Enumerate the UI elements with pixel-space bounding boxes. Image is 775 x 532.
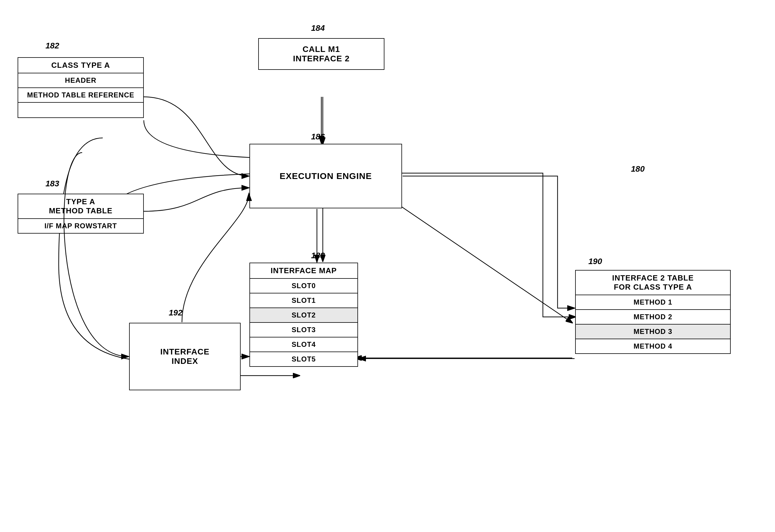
method1: METHOD 1	[576, 295, 730, 310]
interface2-table-box: INTERFACE 2 TABLEFOR CLASS TYPE A METHOD…	[575, 270, 731, 354]
call-m1-title: CALL M1INTERFACE 2	[259, 39, 384, 69]
call-m1-box: CALL M1INTERFACE 2	[258, 38, 384, 70]
interface-index-box: INTERFACEINDEX	[129, 323, 241, 390]
diagram: 182 CLASS TYPE A HEADER METHOD TABLE REF…	[0, 0, 775, 532]
slot0: SLOT0	[250, 279, 357, 294]
slot3: SLOT3	[250, 323, 357, 338]
method4: METHOD 4	[576, 339, 730, 353]
slot4: SLOT4	[250, 338, 357, 352]
interface-index-title: INTERFACEINDEX	[160, 347, 209, 366]
interface-map-box: INTERFACE MAP SLOT0 SLOT1 SLOT2 SLOT3 SL…	[249, 262, 358, 367]
label-192: 192	[169, 308, 182, 318]
slot1: SLOT1	[250, 294, 357, 308]
class-type-a-title: CLASS TYPE A	[18, 58, 143, 73]
class-type-a-empty	[18, 103, 143, 117]
label-186: 186	[311, 132, 325, 141]
class-type-a-header: HEADER	[18, 73, 143, 88]
interface2-table-title: INTERFACE 2 TABLEFOR CLASS TYPE A	[576, 271, 730, 295]
execution-engine-box: EXECUTION ENGINE	[249, 144, 402, 208]
label-184: 184	[311, 23, 325, 33]
label-182: 182	[45, 41, 59, 50]
slot5: SLOT5	[250, 352, 357, 366]
class-type-a-method-table-ref: METHOD TABLE REFERENCE	[18, 88, 143, 103]
method2: METHOD 2	[576, 310, 730, 325]
class-type-a-box: CLASS TYPE A HEADER METHOD TABLE REFEREN…	[18, 57, 144, 118]
method3: METHOD 3	[576, 325, 730, 339]
label-190: 190	[588, 257, 602, 266]
interface-map-title: INTERFACE MAP	[250, 263, 357, 279]
label-188: 188	[311, 251, 325, 260]
slot2: SLOT2	[250, 308, 357, 323]
label-183: 183	[45, 179, 59, 188]
type-a-method-table-title: TYPE AMETHOD TABLE	[18, 194, 143, 219]
label-180: 180	[631, 164, 645, 174]
execution-engine-title: EXECUTION ENGINE	[280, 171, 372, 181]
type-a-if-map-rowstart: I/F MAP ROWSTART	[18, 219, 143, 233]
type-a-method-table-box: TYPE AMETHOD TABLE I/F MAP ROWSTART	[18, 194, 144, 233]
